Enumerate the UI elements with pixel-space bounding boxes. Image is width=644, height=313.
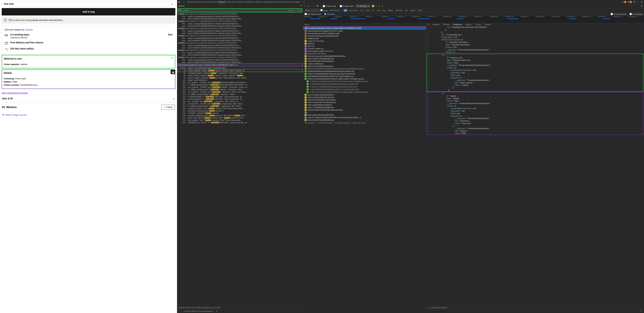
search-line[interactable]: 263...rXL mo6ZnF _7ZONEy" alt="LEATHER U… <box>177 86 303 88</box>
search-line[interactable]: 263...uk/mens-clothing-jackets-leather-j… <box>177 114 303 117</box>
search-line[interactable]: path...llect?v=2&tid=G-MDW1S9PQPW>m=45he… <box>177 18 303 20</box>
more-icon[interactable]: ⋮ <box>637 1 639 3</box>
chip-font[interactable]: Font <box>376 9 382 12</box>
request-row[interactable]: index-e98cbc59c9eae93fd798.js <box>303 114 426 116</box>
search-line[interactable]: 159...N9kA" role="definition"> <box>177 79 303 81</box>
search-line[interactable]: path...llect?v=2&tid=G-MDW1S9PQPW>m=45he… <box>177 39 303 42</box>
upload-icon[interactable]: ⬆ <box>378 5 380 7</box>
search-file[interactable]: ▾collect www.zalando.co.uk/api/t/gtm/g/c… <box>177 56 303 59</box>
tab-recorder[interactable]: Recorder <box>273 0 282 3</box>
search-line[interactable]: 263...C- r9BRio qXofat EKabf7">LEATHER -… <box>177 93 303 95</box>
refresh-button[interactable]: ⟳ <box>296 9 298 11</box>
request-row[interactable]: runtime-concurrent-34e423d8b62492e65f58.… <box>303 55 426 57</box>
chip-fetch-xhr[interactable]: Fetch/XHR <box>348 9 359 12</box>
drawer-tab-what-s-new[interactable]: What's new <box>191 310 201 312</box>
tab-performance-insights[interactable]: Performance insights <box>282 0 300 3</box>
tab-sources[interactable]: Sources <box>210 0 218 3</box>
request-row[interactable]: 52e6920dcfd6f4542a5d608d9dfa355b6.jpg?im… <box>303 70 426 72</box>
big-rows-checkbox[interactable]: Big request rows <box>304 13 321 15</box>
search-results[interactable]: ▾collect www.zalando.co.uk/api/t/gtm/g/c… <box>177 13 303 306</box>
request-row[interactable]: 74eec71cc3e94856b206c2d5ead1c4ee8.jpg?im… <box>303 72 426 75</box>
request-row[interactable]: 962a7ac781a242fc862ab0f701fe2c47.jpg?imw… <box>303 77 426 80</box>
warning-badge[interactable]: ▲ 3 <box>622 1 626 3</box>
request-row[interactable]: index-534710875fb8e7dd7da235.js <box>303 98 426 101</box>
search-input[interactable] <box>182 9 287 11</box>
request-row[interactable]: ⟲ 52e6920dcfd6f4542a5d608d9dfa355b6.jpg?… <box>303 83 426 85</box>
request-row[interactable]: index-348fc1e754583e948118.js <box>303 57 426 60</box>
search-line[interactable]: 88...query":{"upper_material":"leather"}… <box>177 77 303 79</box>
search-file[interactable]: ▾collect www.zalando.co.uk/api/t/gtm/g/c… <box>177 34 303 37</box>
search-line[interactable]: URL...ando.co.uk/api/t/gtm/g/collect?v=2… <box>177 51 303 54</box>
tab-application[interactable]: Application <box>245 0 255 3</box>
search-line[interactable]: 88...rucksacks?upper_material=leather","… <box>177 72 303 74</box>
gear-icon[interactable]: ⚙ <box>634 1 636 3</box>
chip-all[interactable]: All <box>343 9 348 12</box>
request-row[interactable]: ⟲ 962a7ac781a242fc862ab0f701fe2c47.jpg?i… <box>303 91 426 93</box>
close-icon[interactable]: ✕ <box>426 23 430 25</box>
search-line[interactable]: 263...o qXofat EKabf7">7" LEATHER SATCHE… <box>177 95 303 98</box>
request-row[interactable]: index-c7783a888a3c6fd48625.js <box>303 106 426 109</box>
size-selector[interactable]: One Size ⌄ <box>2 1 175 7</box>
manufacturing-link[interactable]: View manufacturing details <box>2 92 28 94</box>
search-line[interactable]: path...llect?v=2&tid=G-MDW1S9PQPW>m=45he… <box>177 46 303 49</box>
request-row[interactable]: i <box>303 111 426 114</box>
request-row[interactable]: index-4c33e4124924c5c1bd15.js <box>303 96 426 98</box>
close-icon[interactable]: ✕ <box>641 1 643 3</box>
request-row[interactable]: TiemposText-Regular.3b6d5360.woff2 <box>303 35 426 37</box>
request-row[interactable]: HelveticaNowText-Bold.7d962f1b.woff2 <box>303 32 426 35</box>
search-file[interactable]: ▾collect www.zalando.co.uk/api/t/gtm/g/c… <box>177 27 303 30</box>
drawer-toggle[interactable]: ⋮ <box>179 310 181 312</box>
search-line[interactable]: 263...C- r9BRio qXofat EKabf7">LEATHER M… <box>177 84 303 86</box>
chip-other[interactable]: Other <box>416 9 424 12</box>
search-file[interactable]: ▾collect www.zalando.co.uk/api/t/gtm/g/c… <box>177 49 303 51</box>
request-row[interactable]: tokens-lagom-stage-0-3.2.6.css <box>303 50 426 52</box>
request-row[interactable]: HelveticaNowText-Regular.79118717.woff2 <box>303 29 426 32</box>
request-row[interactable]: index-056b256f156362da590f.js <box>303 60 426 62</box>
screenshots-checkbox[interactable]: Screenshots <box>630 13 643 15</box>
search-line[interactable]: 88...query":"upper_material=leather","qu… <box>177 74 303 77</box>
drawer-tab-ai-assistance[interactable]: AI assistance <box>202 310 213 312</box>
throttling-select[interactable]: No throttling <box>356 4 370 7</box>
request-row[interactable]: index-c215de24b77474932a4c5.js <box>303 101 426 104</box>
close-icon[interactable]: ✕ <box>641 310 642 312</box>
regex-button[interactable]: .* <box>294 9 296 11</box>
search-line[interactable]: 263...C- r9BRio qXofat EKabf7">LEATHER U… <box>177 88 303 91</box>
search-line[interactable]: path...llect?v=2&tid=G-MDW1S9PQPW>m=45he… <box>177 61 303 63</box>
request-list[interactable]: Name dr-martens-backpack-unisex-rucksack… <box>303 23 426 309</box>
error-badge[interactable]: ■ 1 <box>628 1 632 3</box>
tab-performance[interactable]: Performance <box>226 0 238 3</box>
request-row[interactable]: index-aa30f3fbfb0d1e9faf47.js <box>303 104 426 106</box>
wifi-icon[interactable]: 📶 <box>372 5 374 7</box>
json-viewer[interactable]: – "id": "810d1d00-4312-43e5-bd31-d8373fd… <box>426 26 644 306</box>
search-line[interactable]: path...llect?v=2&tid=G-MDW1S9PQPW>m=45he… <box>177 32 303 34</box>
search-line[interactable]: 263...rXL mo6ZnF _7ZONEy" alt="LEATHER -… <box>177 91 303 93</box>
search-icon[interactable]: 🔍 <box>316 5 319 7</box>
overview-checkbox[interactable]: Overview <box>324 13 335 15</box>
download-icon[interactable]: ⬇ <box>382 5 383 7</box>
search-line[interactable]: path...llect?v=2&tid=G-MDW1S9PQPW>m=45he… <box>177 54 303 56</box>
search-line-88[interactable]: 88...Outer material","value":"Leather"}]… <box>177 69 303 72</box>
tab-network[interactable]: Network <box>218 0 226 4</box>
add-to-bag-button[interactable]: Add to bag <box>2 8 175 15</box>
chip-doc[interactable]: Doc <box>359 9 365 12</box>
more-filters[interactable]: More filters ▾ <box>328 9 341 12</box>
seller-link[interactable]: Zalando <box>25 28 33 31</box>
search-file[interactable]: ▾collect www.zalando.co.uk/api/t/gtm/g/c… <box>177 42 303 44</box>
waterfall[interactable]: 500000 ms600000 ms700000 ms800000 ms9000… <box>303 16 644 23</box>
search-line[interactable]: URL...ando.co.uk/api/t/gtm/g/collect?v=2… <box>177 37 303 39</box>
tab-elements[interactable]: Elements <box>194 0 202 3</box>
search-line[interactable]: URL...ando.co.uk/api/t/gtm/g/collect?v=2… <box>177 59 303 61</box>
search-line[interactable]: 279...ther Jackets","text":"Leather Jack… <box>177 119 303 121</box>
tab-memory[interactable]: Memory <box>238 0 245 3</box>
search-line[interactable]: 306...254H006-Q11","name":"7\" LEATHER S… <box>177 121 303 124</box>
request-row[interactable]: index-4ca05fc1d2abb4826905.js <box>303 93 426 96</box>
search-file[interactable]: ▾collect www.zalando.co.uk/api/t/gtm/g/c… <box>177 20 303 22</box>
request-row[interactable]: 962a7ac781a242fc862ab0f701fe2c47.jpg?imw… <box>303 67 426 70</box>
invert-checkbox[interactable]: Invert <box>320 9 328 11</box>
request-row[interactable]: z-shop-ui-fallback.js <box>303 62 426 65</box>
request-row[interactable]: ⟲ 962a7ac781a242fc862ab0f701fe2c47.jpg?i… <box>303 80 426 83</box>
search-line[interactable]: URL...ando.co.uk/api/t/gtm/g/collect?v=2… <box>177 22 303 25</box>
report-link[interactable]: ⚑ Report a legal concern <box>2 112 175 118</box>
filter-input[interactable] <box>304 9 320 12</box>
tab-console[interactable]: Console <box>202 0 210 3</box>
